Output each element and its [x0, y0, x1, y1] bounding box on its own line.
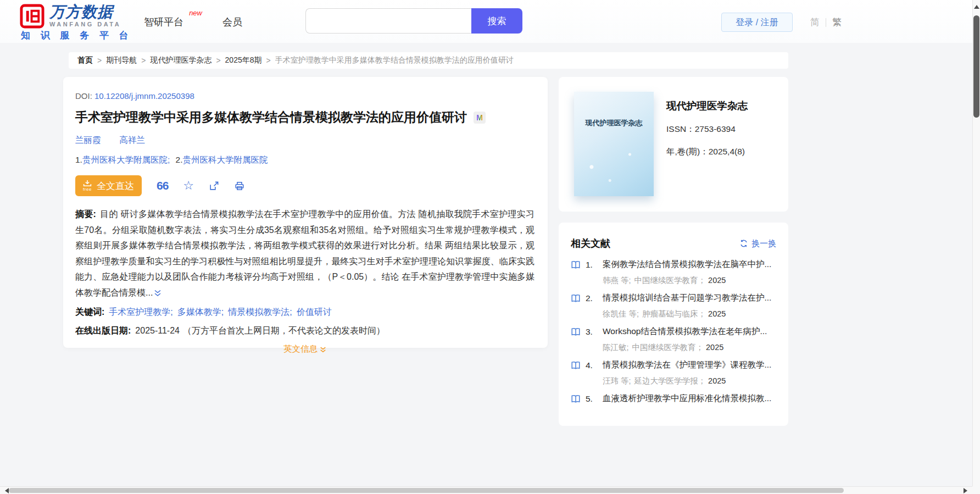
- article-title-text: 手术室护理教学中采用多媒体教学结合情景模拟教学法的应用价值研讨: [75, 109, 467, 126]
- breadcrumb-journal[interactable]: 现代护理医学杂志: [150, 55, 211, 65]
- related-item-number: 2.: [586, 293, 598, 303]
- book-icon: [571, 294, 581, 303]
- breadcrumb-separator: >: [141, 56, 146, 65]
- breadcrumb-journal-nav[interactable]: 期刊导航: [106, 55, 137, 65]
- keyword-link[interactable]: 价值研讨: [297, 307, 332, 317]
- affiliation-link[interactable]: 贵州医科大学附属医院;: [82, 155, 170, 164]
- related-item-authors[interactable]: 徐凯佳 等;: [603, 309, 639, 318]
- related-item-link[interactable]: 案例教学法结合情景模拟教学法在脑卒中护...: [603, 259, 771, 270]
- journal-title[interactable]: 现代护理医学杂志: [666, 99, 748, 113]
- journal-cover[interactable]: 现代护理医学杂志: [574, 92, 654, 196]
- related-item-meta: 韩燕 等;中国继续医学教育；2025: [603, 275, 776, 286]
- affiliation-link[interactable]: 贵州医科大学附属医院: [183, 155, 268, 164]
- new-badge: new: [189, 9, 202, 17]
- lang-simplified[interactable]: 简: [810, 16, 820, 29]
- related-item-source[interactable]: 中国继续医学教育；: [634, 276, 706, 285]
- fulltext-access-button[interactable]: free 全文直达: [75, 175, 142, 196]
- login-register-button[interactable]: 登录 / 注册: [721, 13, 793, 32]
- brand-subtitle: 知 识 服 务 平 台: [21, 29, 132, 42]
- related-item-authors[interactable]: 陈江敏;: [603, 343, 629, 352]
- share-icon[interactable]: [209, 181, 219, 191]
- breadcrumb-separator: >: [216, 56, 220, 65]
- breadcrumb-home[interactable]: 首页: [77, 55, 93, 65]
- book-icon: [571, 328, 581, 336]
- search-input[interactable]: [305, 8, 471, 34]
- related-item: 2. 情景模拟培训结合基于问题学习教学法在护... 徐凯佳 等;肿瘤基础与临床；…: [571, 292, 776, 319]
- scroll-left-arrow-icon[interactable]: [2, 488, 9, 493]
- related-item-year: 2025: [708, 276, 726, 285]
- online-publish-row: 在线出版日期:2025-11-24（万方平台首次上网日期，不代表论文的发表时间）: [75, 325, 534, 337]
- issn-value: 2753-6394: [695, 124, 736, 134]
- print-icon[interactable]: [234, 181, 245, 191]
- horizontal-scrollbar-thumb[interactable]: [9, 488, 844, 493]
- related-item: 4. 情景模拟教学法在《护理管理学》课程教学... 汪玮 等;延边大学医学学报；…: [571, 359, 776, 386]
- keywords-row: 关键词:手术室护理教学;多媒体教学;情景模拟教学法;价值研讨: [75, 307, 534, 318]
- keyword-link[interactable]: 情景模拟教学法;: [228, 307, 292, 317]
- breadcrumb-separator: >: [97, 56, 102, 65]
- scroll-right-arrow-icon[interactable]: [964, 488, 970, 493]
- related-item-source[interactable]: 延边大学医学学报；: [634, 376, 706, 385]
- related-item: 3. Workshop结合情景模拟教学法在老年病护... 陈江敏;中国继续医学教…: [571, 326, 776, 353]
- related-item-link[interactable]: 情景模拟教学法在《护理管理学》课程教学...: [603, 359, 771, 371]
- related-list: 1. 案例教学法结合情景模拟教学法在脑卒中护... 韩燕 等;中国继续医学教育；…: [571, 259, 776, 404]
- nav-platform-label: 智研平台: [144, 16, 183, 27]
- related-item-number: 1.: [586, 260, 598, 270]
- wanfang-logo[interactable]: 万方数据 WANFANG DATA: [20, 4, 121, 29]
- related-item-number: 4.: [586, 360, 598, 370]
- related-item-source[interactable]: 肿瘤基础与临床；: [642, 309, 706, 318]
- related-item-number: 5.: [586, 394, 598, 404]
- related-title: 相关文献: [571, 237, 610, 250]
- journal-volume-row: 年,卷(期)：2025,4(8): [666, 146, 748, 158]
- related-item-title-row: 5. 血液透析护理教学中应用标准化情景模拟教...: [571, 393, 776, 404]
- related-item-link[interactable]: 情景模拟培训结合基于问题学习教学法在护...: [603, 292, 771, 304]
- expand-abstract-icon[interactable]: [154, 286, 162, 302]
- lang-traditional[interactable]: 繁: [832, 16, 842, 29]
- vertical-scrollbar[interactable]: [972, 0, 980, 486]
- related-item-authors[interactable]: 汪玮 等;: [603, 376, 631, 385]
- scroll-up-arrow-icon[interactable]: [974, 2, 979, 9]
- favorite-star-icon[interactable]: ☆: [183, 180, 194, 192]
- horizontal-scrollbar[interactable]: [0, 486, 972, 494]
- affiliation-number: 2.: [176, 155, 183, 164]
- nav-member-label: 会员: [222, 16, 242, 27]
- doi-row: DOI: 10.12208/j.jmnm.20250398: [75, 91, 534, 101]
- m-badge-letter: M: [476, 113, 483, 122]
- affiliation-list: 1.贵州医科大学附属医院; 2.贵州医科大学附属医院: [75, 154, 534, 166]
- action-toolbar: free 全文直达 66 ☆: [75, 175, 534, 196]
- related-item-year: 2025: [708, 376, 726, 385]
- breadcrumb-separator: >: [266, 56, 271, 65]
- author-list: 兰丽霞 高祥兰: [75, 135, 534, 146]
- related-item-title-row: 2. 情景模拟培训结合基于问题学习教学法在护...: [571, 292, 776, 304]
- breadcrumb: 首页 > 期刊导航 > 现代护理医学杂志 > 2025年8期 > 手术室护理教学…: [69, 52, 788, 69]
- breadcrumb-issue[interactable]: 2025年8期: [225, 55, 262, 65]
- brand-name-en: WANFANG DATA: [49, 21, 121, 27]
- nav-item-member[interactable]: 会员: [222, 15, 242, 29]
- m-badge-icon[interactable]: M: [474, 112, 486, 124]
- author-link[interactable]: 兰丽霞: [75, 135, 101, 146]
- search-button[interactable]: 搜索: [471, 8, 522, 34]
- related-item-authors[interactable]: 韩燕 等;: [603, 276, 631, 285]
- related-item-link[interactable]: 血液透析护理教学中应用标准化情景模拟教...: [603, 393, 771, 404]
- refresh-related-button[interactable]: 换一换: [739, 238, 776, 249]
- online-date-note: （万方平台首次上网日期，不代表论文的发表时间）: [183, 326, 385, 335]
- english-info-toggle[interactable]: 英文信息: [75, 343, 534, 355]
- related-item-link[interactable]: Workshop结合情景模拟教学法在老年病护...: [603, 326, 767, 337]
- brand-name-cn: 万方数据: [49, 4, 121, 20]
- keyword-link[interactable]: 多媒体教学;: [177, 307, 224, 317]
- related-item-title-row: 4. 情景模拟教学法在《护理管理学》课程教学...: [571, 359, 776, 371]
- citation-quote-icon[interactable]: 66: [157, 179, 168, 192]
- doi-link[interactable]: 10.12208/j.jmnm.20250398: [94, 91, 194, 101]
- logo-text: 万方数据 WANFANG DATA: [49, 4, 121, 27]
- issn-label: ISSN：: [666, 124, 695, 134]
- related-item-source[interactable]: 中国继续医学教育；: [632, 343, 704, 352]
- related-item: 5. 血液透析护理教学中应用标准化情景模拟教...: [571, 393, 776, 404]
- nav-item-zhiyan-platform[interactable]: 智研平台 new: [144, 15, 183, 29]
- related-item-year: 2025: [706, 343, 723, 352]
- refresh-icon: [739, 239, 748, 248]
- vertical-scrollbar-thumb[interactable]: [973, 15, 979, 118]
- author-link[interactable]: 高祥兰: [120, 135, 146, 146]
- chevron-down-icon: [320, 346, 326, 353]
- article-detail-card: DOI: 10.12208/j.jmnm.20250398 手术室护理教学中采用…: [63, 77, 548, 348]
- keyword-link[interactable]: 手术室护理教学;: [109, 307, 172, 317]
- abstract-label: 摘要:: [75, 209, 96, 219]
